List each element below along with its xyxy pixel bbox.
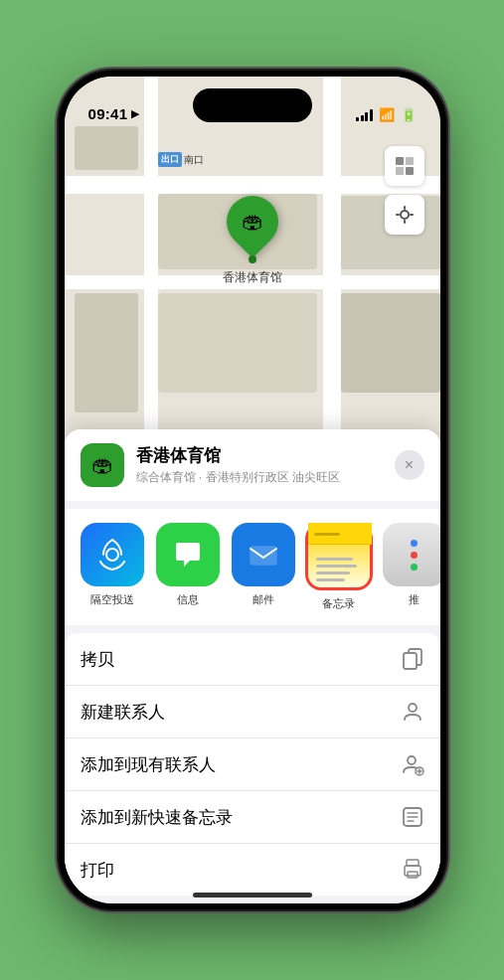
- action-add-contact-label: 添加到现有联系人: [81, 753, 216, 776]
- location-card: 🏟 香港体育馆 综合体育馆 · 香港特别行政区 油尖旺区 ×: [65, 429, 440, 501]
- exit-text: 南口: [184, 153, 204, 167]
- share-item-mail[interactable]: 邮件: [232, 523, 295, 611]
- status-time: 09:41: [88, 105, 128, 122]
- svg-rect-13: [407, 860, 419, 866]
- map-exit-label: 出口 南口: [158, 152, 204, 167]
- share-item-notes[interactable]: 备忘录: [307, 523, 371, 611]
- svg-rect-15: [408, 872, 418, 878]
- action-item-copy[interactable]: 拷贝: [65, 633, 440, 686]
- stadium-marker-icon: 🏟: [242, 209, 263, 235]
- print-icon: [401, 858, 424, 882]
- map-block-5: [158, 293, 317, 393]
- phone-screen: 09:41 ▶ 📶 🔋: [65, 77, 440, 903]
- map-block-6: [341, 293, 440, 393]
- notes-label: 备忘录: [322, 596, 355, 611]
- stadium-marker-label: 香港体育馆: [223, 269, 282, 286]
- mail-icon: [232, 523, 295, 586]
- action-print-label: 打印: [81, 859, 114, 882]
- quick-note-icon: [401, 805, 424, 829]
- svg-rect-2: [396, 167, 404, 175]
- action-new-contact-label: 新建联系人: [81, 701, 165, 724]
- svg-point-4: [401, 211, 409, 219]
- svg-rect-1: [406, 157, 414, 165]
- action-item-add-to-contact[interactable]: 添加到现有联系人: [65, 738, 440, 791]
- action-list: 拷贝 新建联系人 添加到现有联系人: [65, 633, 440, 896]
- dynamic-island: [193, 88, 312, 122]
- add-to-contact-icon: [401, 752, 424, 776]
- home-indicator: [193, 893, 312, 898]
- new-contact-icon: [401, 700, 424, 724]
- svg-rect-3: [406, 167, 414, 175]
- location-card-icon: 🏟: [81, 443, 124, 487]
- svg-rect-0: [396, 157, 404, 165]
- share-item-airdrop[interactable]: 隔空投送: [81, 523, 144, 611]
- nav-arrow-icon: ▶: [131, 107, 139, 120]
- messages-label: 信息: [177, 592, 199, 607]
- location-description: 综合体育馆 · 香港特别行政区 油尖旺区: [136, 469, 383, 486]
- status-icons: 📶 🔋: [356, 107, 417, 122]
- mail-label: 邮件: [252, 592, 274, 607]
- svg-rect-8: [404, 653, 417, 669]
- more-icon: [383, 523, 440, 586]
- svg-point-9: [409, 704, 417, 712]
- battery-icon: 🔋: [401, 107, 417, 122]
- share-item-more[interactable]: 推: [383, 523, 440, 611]
- svg-point-10: [408, 756, 416, 764]
- action-item-new-contact[interactable]: 新建联系人: [65, 686, 440, 738]
- action-copy-label: 拷贝: [81, 648, 114, 671]
- notes-icon: [305, 523, 373, 590]
- signal-bars-icon: [356, 109, 373, 121]
- copy-icon: [401, 647, 424, 671]
- map-block-2: [75, 126, 138, 170]
- bottom-sheet: 🏟 香港体育馆 综合体育馆 · 香港特别行政区 油尖旺区 ×: [65, 429, 440, 903]
- location-button[interactable]: [385, 195, 424, 235]
- stadium-marker[interactable]: 🏟 香港体育馆: [223, 196, 282, 286]
- more-label: 推: [409, 592, 420, 607]
- share-item-messages[interactable]: 信息: [156, 523, 220, 611]
- action-item-quick-note[interactable]: 添加到新快速备忘录: [65, 791, 440, 844]
- action-item-print[interactable]: 打印: [65, 844, 440, 896]
- svg-rect-6: [251, 547, 276, 565]
- messages-icon: [156, 523, 220, 586]
- share-row: 隔空投送 信息: [65, 509, 440, 625]
- map-block-4: [75, 293, 138, 412]
- map-controls: [385, 146, 424, 235]
- airdrop-label: 隔空投送: [90, 592, 134, 607]
- wifi-icon: 📶: [379, 107, 395, 122]
- svg-point-5: [106, 549, 118, 561]
- location-name: 香港体育馆: [136, 444, 383, 467]
- exit-tag: 出口: [158, 152, 182, 167]
- map-type-button[interactable]: [385, 146, 424, 186]
- action-quick-note-label: 添加到新快速备忘录: [81, 806, 233, 829]
- phone-frame: 09:41 ▶ 📶 🔋: [59, 71, 446, 909]
- location-close-button[interactable]: ×: [395, 450, 424, 480]
- location-info: 香港体育馆 综合体育馆 · 香港特别行政区 油尖旺区: [136, 444, 383, 486]
- airdrop-icon: [81, 523, 144, 586]
